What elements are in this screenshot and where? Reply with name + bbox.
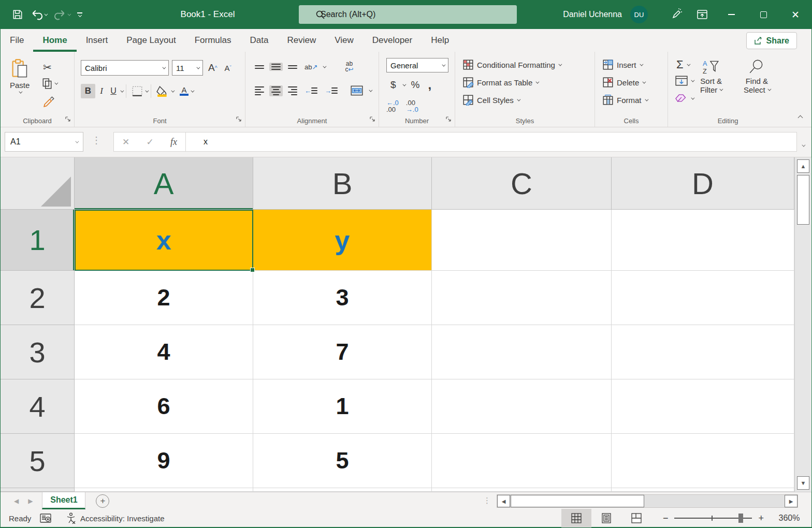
sort-filter-button[interactable]: AZ Sort & Filter [700, 59, 722, 94]
tab-insert[interactable]: Insert [77, 29, 118, 52]
cell-B6-partial[interactable] [253, 488, 432, 492]
formula-bar-splitter[interactable]: ⋮ [92, 135, 101, 146]
next-sheet-icon[interactable]: ▶ [28, 497, 33, 505]
cell-B2[interactable]: 3 [253, 271, 432, 325]
share-button[interactable]: Share [746, 32, 797, 49]
column-header-A[interactable]: A [75, 157, 253, 210]
ribbon-display-options-icon[interactable] [689, 0, 715, 29]
wrap-text-icon[interactable]: ab c↩ [343, 60, 355, 74]
cell-C5[interactable] [432, 434, 612, 488]
merge-center-icon[interactable] [348, 84, 366, 97]
maximize-button[interactable] [747, 0, 779, 29]
format-as-table-button[interactable]: Format as Table [462, 77, 538, 88]
decrease-indent-icon[interactable]: ← [302, 86, 320, 96]
align-top-icon[interactable] [253, 64, 266, 70]
shrink-font-button[interactable]: Aˇ [222, 63, 233, 74]
autosum-button[interactable]: Σ [676, 58, 689, 71]
user-name[interactable]: Daniel Uchenna [563, 10, 622, 19]
cell-D1[interactable] [612, 210, 794, 271]
sheet-tab-sheet1[interactable]: Sheet1 [42, 492, 85, 509]
scroll-left-icon[interactable]: ◀ [497, 495, 510, 507]
cell-D3[interactable] [612, 325, 794, 379]
cell-D5[interactable] [612, 434, 794, 488]
zoom-slider[interactable]: − + [663, 513, 764, 524]
tab-home[interactable]: Home [33, 29, 76, 52]
format-cells-button[interactable]: Format [602, 94, 647, 106]
orientation-dropdown-icon[interactable] [323, 64, 327, 68]
format-painter-icon[interactable] [43, 95, 55, 110]
cell-D2[interactable] [612, 271, 794, 325]
formula-input[interactable]: x [186, 132, 797, 152]
font-size-select[interactable]: 11 [172, 60, 203, 76]
merge-dropdown-icon[interactable] [369, 88, 372, 92]
cell-A5[interactable]: 9 [75, 434, 253, 488]
new-sheet-button[interactable]: + [96, 494, 109, 508]
conditional-formatting-button[interactable]: Conditional Formatting [462, 59, 561, 70]
cell-B1[interactable]: y [253, 210, 432, 271]
cell-A3[interactable]: 4 [75, 325, 253, 379]
column-header-B[interactable]: B [253, 157, 432, 210]
cell-A2[interactable]: 2 [75, 271, 253, 325]
row-header-5[interactable]: 5 [1, 434, 75, 488]
align-center-icon[interactable] [269, 85, 283, 96]
cell-C3[interactable] [432, 325, 612, 379]
horizontal-scroll-thumb[interactable] [511, 495, 644, 507]
cell-A4[interactable]: 6 [75, 379, 253, 434]
cell-D4[interactable] [612, 379, 794, 434]
page-break-view-icon[interactable] [621, 509, 651, 527]
fill-button[interactable] [675, 76, 693, 86]
scroll-right-icon[interactable]: ▶ [785, 495, 798, 507]
name-box[interactable]: A1 [5, 132, 83, 152]
cell-D6-partial[interactable] [612, 488, 794, 492]
paste-dropdown-icon[interactable] [19, 90, 22, 94]
bold-button[interactable]: B [81, 84, 95, 98]
normal-view-icon[interactable] [561, 509, 591, 527]
borders-dropdown-icon[interactable] [145, 89, 149, 92]
cell-C2[interactable] [432, 271, 612, 325]
font-color-icon[interactable]: A [178, 85, 191, 97]
cell-C4[interactable] [432, 379, 612, 434]
clipboard-dialog-launcher-icon[interactable] [65, 115, 71, 124]
cell-A6-partial[interactable] [75, 488, 253, 492]
paste-button[interactable]: Paste [10, 59, 30, 94]
enter-entry-icon[interactable]: ✓ [146, 137, 153, 148]
cell-B3[interactable]: 7 [253, 325, 432, 379]
fill-color-icon[interactable] [154, 84, 171, 98]
cell-B4[interactable]: 1 [253, 379, 432, 434]
expand-formula-bar-icon[interactable] [802, 140, 804, 149]
redo-dropdown-icon[interactable] [67, 12, 71, 16]
cell-B5[interactable]: 5 [253, 434, 432, 488]
currency-dropdown-icon[interactable] [402, 82, 406, 86]
accessibility-checker[interactable]: Accessibility: Investigate [66, 512, 165, 524]
insert-function-icon[interactable]: fx [170, 137, 177, 148]
vertical-scroll-thumb[interactable] [797, 175, 809, 225]
fill-color-dropdown-icon[interactable] [171, 89, 175, 92]
borders-icon[interactable] [129, 84, 145, 98]
tab-developer[interactable]: Developer [363, 29, 422, 52]
row-header-2[interactable]: 2 [1, 271, 75, 325]
select-all-corner[interactable] [1, 157, 75, 210]
prev-sheet-icon[interactable]: ◀ [14, 497, 19, 505]
orientation-icon[interactable]: ab↗ [302, 62, 320, 72]
tab-help[interactable]: Help [422, 29, 458, 52]
scroll-down-icon[interactable]: ▼ [797, 476, 809, 490]
tab-review[interactable]: Review [278, 29, 325, 52]
number-dialog-launcher-icon[interactable] [445, 115, 452, 124]
row-header-3[interactable]: 3 [1, 325, 75, 379]
redo-button[interactable] [54, 9, 70, 20]
insert-cells-button[interactable]: Insert [602, 59, 642, 70]
macro-record-icon[interactable] [40, 513, 51, 523]
font-dialog-launcher-icon[interactable] [236, 115, 242, 124]
zoom-slider-handle[interactable] [738, 514, 743, 523]
font-color-dropdown-icon[interactable] [191, 89, 194, 92]
align-bottom-icon[interactable] [286, 64, 299, 70]
undo-dropdown-icon[interactable] [44, 12, 48, 16]
tab-file[interactable]: File [1, 29, 33, 52]
increase-decimal-button[interactable]: ←.0 .00 [386, 99, 399, 113]
vertical-scrollbar[interactable]: ▲ ▼ [794, 157, 811, 492]
align-left-icon[interactable] [253, 85, 266, 96]
grow-font-button[interactable]: A^ [206, 61, 219, 75]
copy-button[interactable] [42, 78, 57, 89]
increase-indent-icon[interactable]: → [323, 86, 340, 96]
avatar[interactable]: DU [630, 6, 648, 23]
